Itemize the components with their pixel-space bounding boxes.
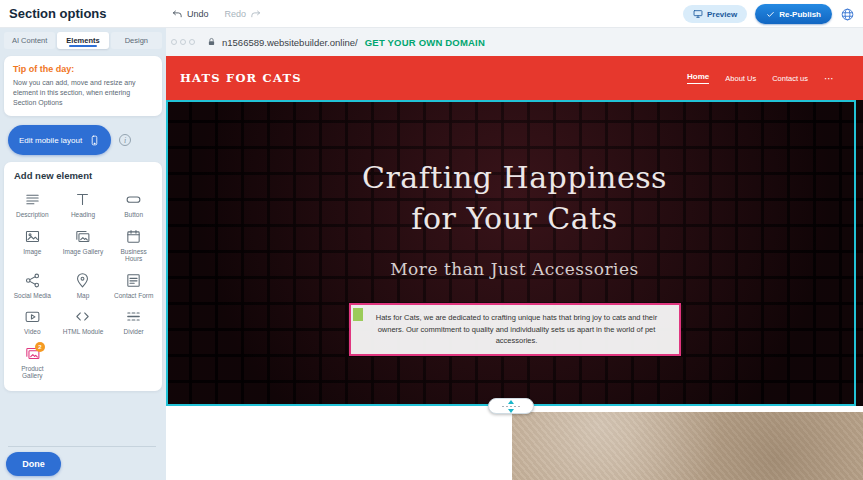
element-heading[interactable]: Heading [58, 187, 109, 223]
redo-icon [250, 9, 261, 20]
redo-button[interactable]: Redo [225, 9, 262, 20]
element-label: HTML Module [63, 328, 104, 335]
undo-icon [172, 9, 183, 20]
element-button[interactable]: Button [108, 187, 159, 223]
site-logo[interactable]: HATS FOR CATS [180, 71, 302, 85]
app-topbar: Section options Undo Redo Preview Re-Pub… [0, 0, 863, 28]
element-label: Contact Form [114, 292, 153, 299]
nav-more[interactable]: ⋯ [824, 73, 835, 84]
social-media-icon [24, 272, 41, 289]
image-gallery-icon [74, 228, 91, 245]
element-label: Description [16, 211, 49, 218]
sidebar-divider [8, 446, 156, 447]
hero-paragraph: Hats for Cats, we are dedicated to craft… [367, 312, 667, 347]
monitor-icon [693, 9, 703, 19]
tip-of-the-day-card: Tip of the day: Now you can add, move an… [4, 56, 162, 116]
element-label: Divider [124, 328, 144, 335]
nav-contact-us[interactable]: Contact us [772, 74, 808, 83]
element-grid: Description Heading Button Image Image G… [7, 187, 159, 384]
mobile-phone-icon [89, 133, 100, 148]
element-image-gallery[interactable]: Image Gallery [58, 224, 109, 268]
edit-mobile-layout-button[interactable]: Edit mobile layout [8, 125, 111, 155]
nav-home[interactable]: Home [687, 72, 709, 84]
business-hours-icon [125, 228, 142, 245]
get-domain-link[interactable]: GET YOUR OWN DOMAIN [365, 37, 485, 48]
republish-button[interactable]: Re-Publish [755, 4, 832, 24]
preview-button[interactable]: Preview [683, 5, 747, 23]
element-label: Product Gallery [11, 365, 53, 380]
element-video[interactable]: Video [7, 304, 58, 340]
done-button[interactable]: Done [6, 452, 61, 476]
browser-dot [180, 39, 186, 45]
browser-chrome: n1566589.websitebuilder.online/ GET YOUR… [166, 28, 863, 56]
element-map[interactable]: Map [58, 268, 109, 304]
description-icon [24, 191, 41, 208]
element-divider[interactable]: Divider [108, 304, 159, 340]
next-section-image [512, 412, 863, 480]
info-icon[interactable] [119, 134, 131, 146]
element-description[interactable]: Description [7, 187, 58, 223]
divider-icon [125, 308, 142, 325]
element-label: Map [77, 292, 90, 299]
sidebar-tabs: AI Content Elements Design [4, 32, 162, 49]
heading-icon [74, 191, 91, 208]
tip-body: Now you can add, move and resize any ele… [13, 78, 153, 108]
html-code-icon [74, 308, 91, 325]
undo-label: Undo [187, 9, 209, 19]
add-element-panel: Add new element Description Heading Butt… [4, 162, 162, 390]
drag-dots-icon [502, 405, 520, 408]
browser-preview: n1566589.websitebuilder.online/ GET YOUR… [166, 28, 863, 480]
hero-heading[interactable]: Crafting Happiness for Your Cats [345, 158, 685, 239]
element-label: Business Hours [113, 248, 155, 263]
lock-icon [207, 37, 216, 47]
element-label: Button [124, 211, 143, 218]
element-label: Image [23, 248, 41, 255]
browser-dot [189, 39, 195, 45]
element-business-hours[interactable]: Business Hours [108, 224, 159, 268]
hero-paragraph-box[interactable]: Hats for Cats, we are dedicated to craft… [349, 303, 681, 356]
tab-design[interactable]: Design [111, 32, 162, 49]
element-contact-form[interactable]: Contact Form [108, 268, 159, 304]
video-icon [24, 308, 41, 325]
add-element-title: Add new element [14, 170, 159, 181]
topbar-actions: Preview Re-Publish [683, 0, 855, 28]
element-html-module[interactable]: HTML Module [58, 304, 109, 340]
nav-about-us[interactable]: About Us [725, 74, 756, 83]
element-label: Image Gallery [63, 248, 103, 255]
globe-icon[interactable] [840, 7, 855, 22]
edit-mobile-layout-label: Edit mobile layout [19, 136, 82, 145]
element-image[interactable]: Image [7, 224, 58, 268]
image-icon [24, 228, 41, 245]
new-count-badge: 2 [35, 342, 45, 352]
section-resize-handle[interactable] [488, 398, 534, 414]
resize-down-arrow-icon [508, 409, 514, 413]
url-text[interactable]: n1566589.websitebuilder.online/ [222, 37, 358, 48]
tab-label: AI Content [12, 36, 47, 45]
preview-label: Preview [707, 10, 737, 19]
tab-elements[interactable]: Elements [57, 32, 108, 49]
browser-dot [171, 39, 177, 45]
element-social-media[interactable]: Social Media [7, 268, 58, 304]
hero-section: Crafting Happiness for Your Cats More th… [166, 100, 863, 406]
map-pin-icon [74, 272, 91, 289]
redo-label: Redo [225, 9, 247, 19]
check-icon [766, 10, 775, 19]
undo-redo-group: Undo Redo [172, 0, 261, 28]
button-icon [125, 191, 142, 208]
tip-title: Tip of the day: [13, 64, 153, 74]
mobile-layout-row: Edit mobile layout [8, 125, 166, 155]
tab-label: Elements [66, 36, 99, 45]
element-drag-handle[interactable] [353, 308, 363, 321]
page-title: Section options [9, 6, 107, 21]
republish-label: Re-Publish [779, 10, 821, 19]
element-label: Heading [71, 211, 95, 218]
undo-button[interactable]: Undo [172, 9, 209, 20]
hero-subheading[interactable]: More than Just Accessories [166, 259, 863, 279]
element-product-gallery[interactable]: 2 Product Gallery [7, 341, 58, 385]
tab-ai-content[interactable]: AI Content [4, 32, 55, 49]
tab-label: Design [125, 36, 148, 45]
contact-form-icon [125, 272, 142, 289]
element-label: Video [24, 328, 41, 335]
site-header: HATS FOR CATS Home About Us Contact us ⋯ [166, 56, 863, 100]
site-nav: Home About Us Contact us ⋯ [687, 72, 835, 84]
